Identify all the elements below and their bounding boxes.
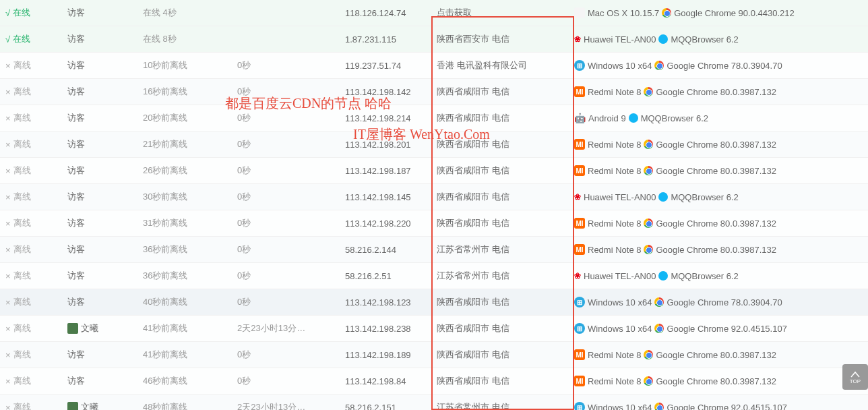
- status-mark-icon: ×: [5, 271, 11, 281]
- time-cell: 41秒前离线: [143, 322, 237, 334]
- location-cell[interactable]: 陕西省咸阳市 电信: [433, 191, 574, 203]
- visitor-name: 访客: [67, 349, 85, 361]
- visitor-name: 访客: [67, 296, 85, 308]
- status-mark-icon: ×: [5, 297, 11, 308]
- status-cell: ×离线: [0, 322, 67, 334]
- location-cell[interactable]: 陕西省咸阳市 电信: [433, 217, 574, 229]
- status-cell: ×离线: [0, 165, 67, 177]
- table-row[interactable]: ×离线访客21秒前离线0秒113.142.198.201陕西省咸阳市 电信MIR…: [0, 131, 868, 158]
- os-text: Windows 10 x64: [588, 61, 652, 71]
- duration-cell: 0秒: [237, 191, 345, 203]
- status-text: 离线: [13, 138, 31, 150]
- visitor-cell: 访客: [67, 270, 143, 282]
- location-cell[interactable]: 点击获取: [433, 7, 574, 19]
- qq-browser-icon: [658, 271, 668, 281]
- location-cell[interactable]: 陕西省咸阳市 电信: [433, 138, 574, 150]
- chrome-icon: [644, 245, 653, 254]
- visitor-name: 文曦: [81, 322, 98, 334]
- time-cell: 36秒前离线: [143, 243, 237, 256]
- time-cell: 30秒前离线: [143, 191, 237, 203]
- chrome-icon: [644, 87, 653, 96]
- location-cell[interactable]: 陕西省咸阳市 电信: [433, 322, 574, 334]
- table-row[interactable]: ×离线访客26秒前离线0秒113.142.198.187陕西省咸阳市 电信MIR…: [0, 158, 868, 184]
- browser-text: MQQBrowser 6.2: [671, 34, 738, 45]
- status-mark-icon: ×: [5, 245, 11, 255]
- visitor-cell: 访客: [67, 59, 143, 71]
- visitor-cell: 访客: [67, 375, 143, 387]
- table-row[interactable]: √在线访客在线 8秒1.87.231.115陕西省西安市 电信❀Huawei T…: [0, 26, 868, 53]
- visitor-cell: 访客: [67, 349, 143, 361]
- duration-cell: 2天23小时13分…: [237, 401, 345, 410]
- duration-cell: 0秒: [237, 217, 345, 229]
- table-row[interactable]: ×离线访客41秒前离线0秒113.142.198.189陕西省咸阳市 电信MIR…: [0, 342, 868, 368]
- visitor-cell: 访客: [67, 191, 143, 203]
- duration-cell: 0秒: [237, 296, 345, 308]
- chrome-icon: [654, 297, 664, 307]
- scroll-top-label: TOP: [850, 378, 861, 384]
- chrome-icon: [644, 350, 653, 359]
- table-row[interactable]: ×离线访客10秒前离线0秒119.237.51.74香港 电讯盈科有限公司⊞Wi…: [0, 53, 868, 79]
- table-row[interactable]: ×离线访客36秒前离线0秒58.216.2.51江苏省常州市 电信❀Huawei…: [0, 263, 868, 289]
- table-row[interactable]: ×离线访客36秒前离线0秒58.216.2.144江苏省常州市 电信MIRedm…: [0, 237, 868, 263]
- browser-text: Google Chrome 78.0.3904.70: [666, 297, 782, 308]
- visitor-cell: 访客: [67, 243, 143, 256]
- ip-cell: 113.142.198.189: [345, 350, 433, 360]
- browser-text: Google Chrome 92.0.4515.107: [666, 403, 787, 411]
- browser-text: Google Chrome 92.0.4515.107: [666, 324, 787, 334]
- browser-text: Google Chrome 80.0.3987.132: [656, 140, 776, 150]
- table-row[interactable]: ×离线访客46秒前离线0秒113.142.198.84陕西省咸阳市 电信MIRe…: [0, 368, 868, 394]
- location-cell[interactable]: 陕西省咸阳市 电信: [433, 112, 574, 124]
- location-cell[interactable]: 陕西省西安市 电信: [433, 33, 574, 45]
- table-row[interactable]: √在线访客在线 4秒118.126.124.74点击获取Mac OS X 10.…: [0, 0, 868, 26]
- duration-cell: 2天23小时13分…: [237, 322, 345, 334]
- visitor-name: 访客: [67, 270, 85, 282]
- table-row[interactable]: ×离线访客20秒前离线0秒113.142.198.214陕西省咸阳市 电信🤖An…: [0, 105, 868, 131]
- location-cell[interactable]: 陕西省咸阳市 电信: [433, 165, 574, 177]
- scroll-to-top-button[interactable]: TOP: [842, 364, 868, 390]
- location-cell[interactable]: 陕西省咸阳市 电信: [433, 349, 574, 361]
- ip-cell: 58.216.2.144: [345, 245, 433, 255]
- apple-icon: [574, 7, 585, 18]
- os-text: Mac OS X 10.15.7: [588, 8, 659, 18]
- chrome-icon: [644, 140, 653, 149]
- table-row[interactable]: ×离线文曦48秒前离线2天23小时13分…58.216.2.151江苏省常州市 …: [0, 394, 868, 410]
- useragent-cell: MIRedmi Note 8 Google Chrome 80.0.3987.1…: [574, 165, 868, 176]
- status-text: 在线: [13, 33, 30, 45]
- table-row[interactable]: ×离线访客30秒前离线0秒113.142.198.145陕西省咸阳市 电信❀Hu…: [0, 184, 868, 210]
- status-cell: ×离线: [0, 191, 67, 203]
- ip-cell: 113.142.198.214: [345, 113, 433, 123]
- location-cell[interactable]: 江苏省常州市 电信: [433, 401, 574, 410]
- qq-browser-icon: [629, 113, 638, 123]
- status-mark-icon: ×: [5, 350, 11, 360]
- xiaomi-icon: MI: [574, 244, 585, 255]
- browser-text: Google Chrome 80.0.3987.132: [656, 218, 776, 229]
- status-cell: ×离线: [0, 86, 67, 98]
- location-cell[interactable]: 香港 电讯盈科有限公司: [433, 59, 574, 71]
- visitor-name: 访客: [67, 138, 85, 150]
- useragent-cell: Mac OS X 10.15.7 Google Chrome 90.0.4430…: [574, 7, 868, 18]
- os-text: Redmi Note 8: [588, 218, 641, 229]
- table-row[interactable]: ×离线访客40秒前离线0秒113.142.198.123陕西省咸阳市 电信⊞Wi…: [0, 289, 868, 316]
- chrome-icon: [654, 403, 664, 410]
- windows-icon: ⊞: [574, 297, 585, 308]
- ip-cell: 113.142.198.142: [345, 87, 433, 97]
- location-cell[interactable]: 陕西省咸阳市 电信: [433, 375, 574, 387]
- status-mark-icon: ×: [5, 218, 11, 229]
- location-cell[interactable]: 江苏省常州市 电信: [433, 270, 574, 282]
- chrome-icon: [654, 324, 664, 333]
- os-text: Redmi Note 8: [588, 245, 641, 255]
- status-text: 离线: [13, 401, 31, 410]
- status-text: 离线: [13, 165, 31, 177]
- os-text: Redmi Note 8: [588, 376, 641, 386]
- table-row[interactable]: ×离线访客16秒前离线0秒113.142.198.142陕西省咸阳市 电信MIR…: [0, 79, 868, 105]
- visitor-name: 访客: [67, 33, 85, 45]
- location-cell[interactable]: 江苏省常州市 电信: [433, 243, 574, 256]
- table-row[interactable]: ×离线文曦41秒前离线2天23小时13分…113.142.198.238陕西省咸…: [0, 316, 868, 342]
- location-cell[interactable]: 陕西省咸阳市 电信: [433, 296, 574, 308]
- status-text: 离线: [13, 59, 31, 71]
- location-cell[interactable]: 陕西省咸阳市 电信: [433, 86, 574, 98]
- table-row[interactable]: ×离线访客31秒前离线0秒113.142.198.220陕西省咸阳市 电信MIR…: [0, 210, 868, 237]
- android-icon: 🤖: [574, 113, 586, 123]
- visitor-name: 访客: [67, 86, 85, 98]
- xiaomi-icon: MI: [574, 139, 585, 150]
